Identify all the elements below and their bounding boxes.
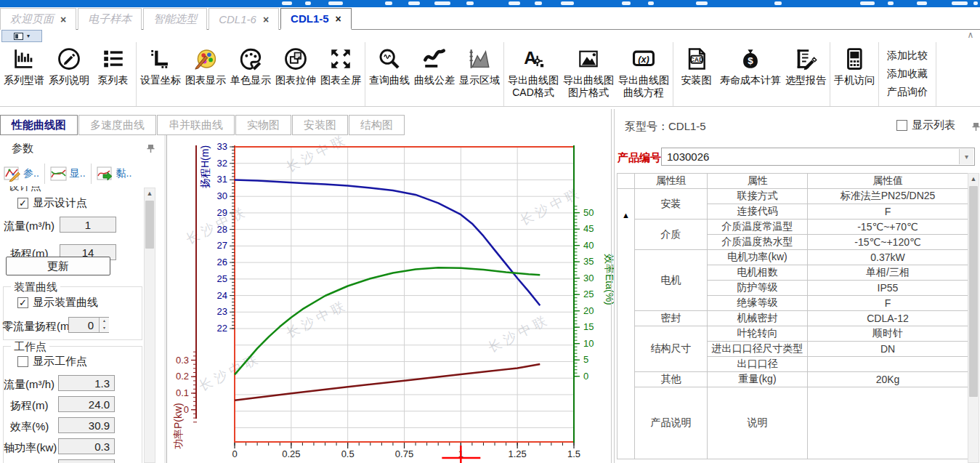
pump-model-label: 泵型号：CDL1-5 [625, 120, 706, 134]
doc-tab-欢迎页面[interactable]: 欢迎页面× [0, 8, 76, 30]
svg-text:33: 33 [217, 141, 227, 152]
ribbon-button-泵列表[interactable]: 泵列表 [92, 44, 134, 105]
wp-eff-label: 效率(%) [10, 420, 49, 434]
ribbon-button-曲线公差[interactable]: 曲线公差 [412, 44, 457, 105]
ribbon-button-查询曲线[interactable]: 查询曲线 [367, 44, 412, 105]
property-row[interactable]: 产品说明说明 [617, 387, 968, 459]
spinner-up-icon[interactable]: ▴ [100, 318, 109, 325]
doc-tab-智能选型[interactable]: 智能选型 [143, 8, 207, 30]
wp-head-input[interactable] [58, 396, 115, 412]
show-list-checkbox[interactable]: 显示列表 [896, 118, 955, 132]
scrollbar-thumb[interactable] [145, 201, 154, 249]
checkbox-label: 显示列表 [912, 118, 955, 132]
ribbon-button-手机访问[interactable]: 手机访问 [832, 44, 877, 105]
ribbon-button-寿命成本计算[interactable]: $寿命成本计算 [718, 44, 783, 105]
view-tab-多速度曲线[interactable]: 多速度曲线 [78, 115, 156, 135]
view-tab-结构图[interactable]: 结构图 [349, 115, 405, 135]
property-row[interactable]: ▲安装联接方式标准法兰PN25/DN25 [617, 189, 968, 204]
export-equation-icon: (x) [631, 44, 656, 74]
display-area-icon [467, 44, 492, 74]
report-icon [793, 44, 818, 74]
design-flow-input[interactable] [60, 217, 116, 233]
ribbon-button-label: 设置坐标 [140, 74, 181, 86]
product-no-combobox[interactable]: 1030026 ▾ [661, 148, 975, 166]
ribbon-toolbar: 系列型谱系列说明泵列表设置坐标图表显示单色显示图表拉伸图表全屏查询曲线曲线公差显… [0, 42, 980, 107]
param-edit-button[interactable]: 参.. [0, 164, 43, 183]
curves-icon [50, 166, 68, 182]
chevron-down-icon[interactable]: ▾ [959, 149, 973, 164]
titlebar-glyph [917, 1, 927, 5]
ribbon-button-设置坐标[interactable]: 设置坐标 [138, 44, 183, 105]
doc-tab-CDL1-6[interactable]: CDL1-6× [208, 8, 279, 30]
ribbon-collapse-chevron[interactable]: ∧ [964, 30, 977, 41]
titlebar-glyph [973, 1, 978, 5]
view-tab-性能曲线图[interactable]: 性能曲线图 [0, 115, 78, 135]
layout-menu-button[interactable]: ▾ [1, 30, 42, 42]
mono-color-icon [238, 44, 263, 74]
titlebar-glyph [282, 1, 292, 5]
link-添加比较[interactable]: 添加比较 [887, 49, 928, 63]
ribbon-button-导出曲线图-图片格式[interactable]: 导出曲线图 图片格式 [561, 44, 616, 105]
ribbon-button-显示区域[interactable]: 显示区域 [457, 44, 502, 105]
ribbon-button-安装图[interactable]: CAD安装图 [675, 44, 718, 105]
ribbon-button-系列说明[interactable]: 系列说明 [46, 44, 92, 105]
left-panel-scrollbar[interactable]: ▲ [144, 188, 155, 463]
property-value-cell: -15℃~+70℃ [808, 220, 968, 235]
wp-shaftpower-input[interactable] [58, 438, 115, 454]
close-icon[interactable]: × [60, 14, 66, 25]
checkbox-label: 显示装置曲线 [33, 296, 98, 310]
show-design-point-checkbox[interactable]: ✓ 显示设计点 [17, 196, 87, 210]
ribbon-group: 设置坐标图表显示单色显示图表拉伸图表全屏 [137, 42, 365, 106]
close-icon[interactable]: × [336, 13, 341, 25]
wp-eff-input[interactable] [58, 417, 115, 433]
link-产品询价[interactable]: 产品询价 [887, 86, 928, 99]
titlebar-glyph [305, 1, 311, 5]
close-icon[interactable]: × [263, 14, 269, 25]
display-curves-button[interactable]: 显.. [46, 164, 89, 183]
ribbon-button-图表显示[interactable]: 图表显示 [183, 44, 228, 105]
wp-flow-input[interactable] [58, 375, 115, 391]
ribbon-button-图表全屏[interactable]: 图表全屏 [318, 44, 363, 105]
paste-curve-button[interactable]: 黏.. [93, 164, 136, 183]
product-no-value: 1030026 [667, 150, 709, 163]
divider [91, 164, 92, 184]
performance-chart[interactable]: 长沙中联长沙中联长沙中联长沙中联长沙中联长沙中联2223242526272829… [167, 135, 614, 463]
link-添加收藏[interactable]: 添加收藏 [887, 68, 928, 81]
doc-tab-电子样本[interactable]: 电子样本 [78, 8, 142, 30]
property-name-cell: 叶轮转向 [708, 326, 808, 342]
show-work-point-checkbox[interactable]: 显示工作点 [17, 355, 87, 369]
install-cad-icon: CAD [684, 44, 709, 74]
ribbon-button-label: 查询曲线 [369, 74, 410, 86]
ribbon-button-选型报告[interactable]: 选型报告 [783, 44, 828, 105]
view-tab-安装图[interactable]: 安装图 [292, 115, 348, 135]
scroll-up-icon[interactable]: ▲ [968, 174, 979, 185]
pin-icon[interactable] [146, 144, 155, 153]
spinner-control[interactable]: ▴▾ [99, 318, 109, 332]
property-row[interactable]: 其他重量(kg)20Kg [617, 372, 968, 387]
ribbon-button-系列型谱[interactable]: 系列型谱 [1, 44, 46, 105]
property-row[interactable]: 电机电机功率(kw)0.37kW [617, 250, 968, 265]
checkbox-icon [896, 120, 907, 131]
ribbon-button-单色显示[interactable]: 单色显示 [228, 44, 273, 105]
checkbox-icon: ✓ [17, 297, 28, 308]
doc-tab-CDL1-5[interactable]: CDL1-5× [280, 8, 352, 30]
product-no-label: 产品编号: [617, 151, 665, 165]
property-group-cell: 结构尺寸 [635, 326, 708, 372]
view-tab-实物图[interactable]: 实物图 [235, 115, 291, 135]
svg-text:10: 10 [583, 338, 594, 349]
pin-icon[interactable] [971, 122, 980, 132]
ribbon-button-图表拉伸[interactable]: 图表拉伸 [273, 44, 318, 105]
watermark: 长沙中联 [197, 350, 263, 394]
view-tab-串并联曲线[interactable]: 串并联曲线 [157, 115, 235, 135]
table-scrollbar[interactable]: ▲ [968, 173, 979, 463]
ribbon-button-导出曲线图-CAD格式[interactable]: A导出曲线图 CAD格式 [506, 44, 561, 105]
property-row[interactable]: 介质介质温度常温型-15℃~+70℃ [617, 220, 968, 235]
show-device-curve-checkbox[interactable]: ✓ 显示装置曲线 [17, 296, 98, 310]
property-row[interactable]: 结构尺寸叶轮转向顺时针 [617, 326, 968, 342]
spinner-down-icon[interactable]: ▾ [100, 325, 109, 332]
update-button[interactable]: 更新 [6, 257, 110, 275]
ribbon-button-导出曲线图-曲线方程[interactable]: (x)导出曲线图 曲线方程 [616, 44, 671, 105]
property-row[interactable]: 密封机械密封CDLA-12 [617, 311, 968, 326]
scroll-up-icon[interactable]: ▲ [145, 188, 155, 199]
scrollbar-thumb[interactable] [969, 186, 978, 397]
